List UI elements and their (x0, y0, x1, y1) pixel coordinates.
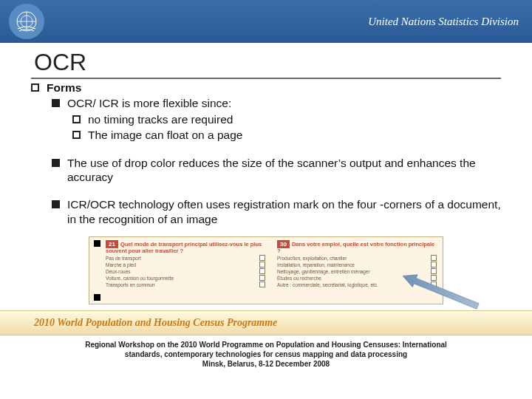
slide-title: OCR (34, 49, 501, 76)
form-option-label: Nettoyage, gardiennage, entretien ménage… (277, 269, 370, 274)
checkbox-icon (259, 262, 265, 267)
slide-content: OCR Forms OCR/ ICR is more flexible sinc… (0, 43, 532, 304)
form-question-col: 30Dans votre emploi, quelle est votre fo… (271, 237, 443, 304)
hollow-square-bullet-icon (72, 115, 81, 123)
checkbox-icon (431, 255, 437, 261)
checkbox-icon (431, 262, 437, 267)
question-text: Dans votre emploi, quelle est votre fonc… (277, 241, 434, 254)
bullet-text: ICR/OCR technology often uses registrati… (67, 197, 501, 226)
sample-form-image: 21Quel mode de transport principal utili… (89, 236, 443, 304)
bullet-text: The image can float on a page (88, 128, 242, 142)
bullet-level2: The use of drop color reduces the size o… (52, 156, 501, 185)
bullet-text: The use of drop color reduces the size o… (67, 156, 501, 185)
hollow-square-bullet-icon (72, 131, 81, 139)
checkbox-icon (259, 268, 265, 274)
checkbox-icon (431, 268, 437, 274)
bullet-level2: OCR/ ICR is more flexible since: (52, 96, 501, 110)
title-underline (31, 78, 501, 79)
form-option-label: Pas de transport (106, 256, 141, 261)
programme-banner: 2010 World Population and Housing Census… (0, 310, 532, 335)
header-title: United Nations Statistics Division (368, 16, 519, 28)
banner-text: 2010 World Population and Housing Census… (34, 317, 277, 329)
footer-line: Regional Workshop on the 2010 World Prog… (30, 340, 502, 349)
checkbox-icon (259, 255, 265, 261)
un-emblem-icon (9, 4, 44, 39)
solid-square-bullet-icon (52, 200, 60, 208)
bullet-level2: ICR/OCR technology often uses registrati… (52, 197, 501, 226)
form-option-label: Deux-roues (106, 269, 131, 274)
bullet-text: Forms (47, 81, 81, 95)
bullet-text: OCR/ ICR is more flexible since: (67, 96, 231, 110)
form-option-label: Études ou recherche (277, 276, 321, 281)
form-option-label: Transports en commun (106, 282, 155, 287)
form-option-label: Marche à pied (106, 262, 136, 267)
form-option-label: Production, exploitation, chantier (277, 256, 347, 261)
bullet-level3: The image can float on a page (72, 128, 501, 142)
bullet-text: no timing tracks are required (88, 112, 233, 126)
checkbox-icon (259, 282, 265, 287)
solid-square-bullet-icon (52, 159, 60, 167)
form-option-label: Autre : commerciale, secrétariat, logist… (277, 282, 378, 287)
bullet-level1: Forms (31, 81, 501, 95)
footer-line: standards, contemporary technologies for… (30, 349, 502, 359)
checkbox-icon (259, 275, 265, 281)
footer-line: Minsk, Belarus, 8-12 December 2008 (30, 359, 502, 369)
header-bar: United Nations Statistics Division (0, 0, 532, 43)
bullet-level3: no timing tracks are required (72, 112, 501, 126)
hollow-square-bullet-icon (31, 83, 39, 92)
form-option-label: Voiture, camion ou fourgonnette (106, 276, 174, 281)
footer-text: Regional Workshop on the 2010 World Prog… (0, 340, 532, 369)
question-text: Quel mode de transport principal utilise… (106, 241, 262, 254)
form-option-label: Installation, réparation, maintenance (277, 262, 355, 267)
solid-square-bullet-icon (52, 99, 60, 107)
form-question-col: 21Quel mode de transport principal utili… (89, 237, 271, 304)
